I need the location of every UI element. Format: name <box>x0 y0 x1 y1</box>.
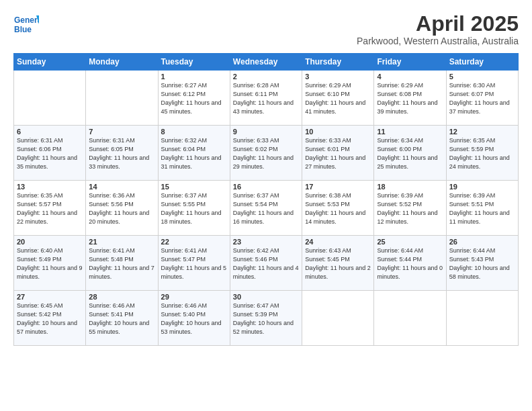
cell-1-3: 9 Sunrise: 6:33 AMSunset: 6:02 PMDayligh… <box>230 126 302 181</box>
day-number: 21 <box>89 238 154 246</box>
day-number: 8 <box>161 128 227 136</box>
week-row-3: 13 Sunrise: 6:35 AMSunset: 5:57 PMDaylig… <box>14 181 519 236</box>
day-number: 3 <box>305 73 371 81</box>
day-number: 19 <box>449 183 515 191</box>
svg-text:Blue: Blue <box>14 25 32 34</box>
logo-icon: General Blue <box>13 12 39 38</box>
day-number: 30 <box>233 293 299 301</box>
day-number: 2 <box>233 73 299 81</box>
day-info: Sunrise: 6:42 AMSunset: 5:46 PMDaylight:… <box>233 246 299 281</box>
header-friday: Friday <box>374 54 446 71</box>
day-number: 23 <box>233 238 299 246</box>
day-info: Sunrise: 6:29 AMSunset: 6:10 PMDaylight:… <box>305 81 371 116</box>
day-info: Sunrise: 6:31 AMSunset: 6:05 PMDaylight:… <box>89 136 154 171</box>
day-info: Sunrise: 6:41 AMSunset: 5:48 PMDaylight:… <box>89 246 154 281</box>
cell-0-3: 2 Sunrise: 6:28 AMSunset: 6:11 PMDayligh… <box>230 71 302 126</box>
cell-0-2: 1 Sunrise: 6:27 AMSunset: 6:12 PMDayligh… <box>158 71 230 126</box>
day-info: Sunrise: 6:29 AMSunset: 6:08 PMDaylight:… <box>377 81 443 116</box>
day-info: Sunrise: 6:37 AMSunset: 5:54 PMDaylight:… <box>233 191 299 226</box>
cell-4-1: 28 Sunrise: 6:46 AMSunset: 5:41 PMDaylig… <box>86 291 158 346</box>
cell-1-0: 6 Sunrise: 6:31 AMSunset: 6:06 PMDayligh… <box>14 126 86 181</box>
cell-3-1: 21 Sunrise: 6:41 AMSunset: 5:48 PMDaylig… <box>86 236 158 291</box>
day-number: 1 <box>161 73 227 81</box>
day-info: Sunrise: 6:30 AMSunset: 6:07 PMDaylight:… <box>449 81 515 116</box>
cell-3-2: 22 Sunrise: 6:41 AMSunset: 5:47 PMDaylig… <box>158 236 230 291</box>
day-number: 7 <box>89 128 154 136</box>
day-number: 20 <box>17 238 83 246</box>
cell-4-2: 29 Sunrise: 6:46 AMSunset: 5:40 PMDaylig… <box>158 291 230 346</box>
day-info: Sunrise: 6:45 AMSunset: 5:42 PMDaylight:… <box>17 302 83 336</box>
day-number: 26 <box>449 238 515 246</box>
day-info: Sunrise: 6:31 AMSunset: 6:06 PMDaylight:… <box>17 136 83 171</box>
calendar-header-row: SundayMondayTuesdayWednesdayThursdayFrid… <box>14 54 519 71</box>
cell-4-6 <box>446 291 518 346</box>
title-block: April 2025 Parkwood, Western Australia, … <box>357 12 519 46</box>
day-info: Sunrise: 6:43 AMSunset: 5:45 PMDaylight:… <box>305 246 371 281</box>
cell-2-3: 16 Sunrise: 6:37 AMSunset: 5:54 PMDaylig… <box>230 181 302 236</box>
week-row-4: 20 Sunrise: 6:40 AMSunset: 5:49 PMDaylig… <box>14 236 519 291</box>
day-info: Sunrise: 6:35 AMSunset: 5:59 PMDaylight:… <box>449 136 515 171</box>
day-number: 29 <box>161 293 227 301</box>
header-tuesday: Tuesday <box>158 54 230 71</box>
day-number: 25 <box>377 238 443 246</box>
cell-1-1: 7 Sunrise: 6:31 AMSunset: 6:05 PMDayligh… <box>86 126 158 181</box>
day-info: Sunrise: 6:36 AMSunset: 5:56 PMDaylight:… <box>89 191 154 226</box>
cell-4-5 <box>374 291 446 346</box>
day-info: Sunrise: 6:44 AMSunset: 5:43 PMDaylight:… <box>449 246 515 281</box>
day-number: 24 <box>305 238 371 246</box>
day-number: 15 <box>161 183 227 191</box>
day-number: 11 <box>377 128 443 136</box>
cell-3-5: 25 Sunrise: 6:44 AMSunset: 5:44 PMDaylig… <box>374 236 446 291</box>
day-number: 22 <box>161 238 227 246</box>
cell-2-0: 13 Sunrise: 6:35 AMSunset: 5:57 PMDaylig… <box>14 181 86 236</box>
cell-2-1: 14 Sunrise: 6:36 AMSunset: 5:56 PMDaylig… <box>86 181 158 236</box>
day-number: 5 <box>449 73 515 81</box>
day-info: Sunrise: 6:38 AMSunset: 5:53 PMDaylight:… <box>305 191 371 226</box>
header-saturday: Saturday <box>446 54 518 71</box>
cell-1-6: 12 Sunrise: 6:35 AMSunset: 5:59 PMDaylig… <box>446 126 518 181</box>
svg-text:General: General <box>14 15 39 25</box>
day-info: Sunrise: 6:35 AMSunset: 5:57 PMDaylight:… <box>17 191 83 226</box>
cell-4-4 <box>302 291 374 346</box>
day-number: 14 <box>89 183 154 191</box>
cell-1-4: 10 Sunrise: 6:33 AMSunset: 6:01 PMDaylig… <box>302 126 374 181</box>
day-info: Sunrise: 6:41 AMSunset: 5:47 PMDaylight:… <box>161 246 227 281</box>
day-number: 4 <box>377 73 443 81</box>
day-info: Sunrise: 6:46 AMSunset: 5:41 PMDaylight:… <box>89 302 154 336</box>
page: General Blue April 2025 Parkwood, Wester… <box>0 0 532 411</box>
logo: General Blue <box>13 12 39 38</box>
cell-4-3: 30 Sunrise: 6:47 AMSunset: 5:39 PMDaylig… <box>230 291 302 346</box>
day-number: 17 <box>305 183 371 191</box>
day-number: 28 <box>89 293 154 301</box>
week-row-1: 1 Sunrise: 6:27 AMSunset: 6:12 PMDayligh… <box>14 71 519 126</box>
day-number: 27 <box>17 293 83 301</box>
cell-3-6: 26 Sunrise: 6:44 AMSunset: 5:43 PMDaylig… <box>446 236 518 291</box>
day-info: Sunrise: 6:37 AMSunset: 5:55 PMDaylight:… <box>161 191 227 226</box>
day-number: 16 <box>233 183 299 191</box>
week-row-2: 6 Sunrise: 6:31 AMSunset: 6:06 PMDayligh… <box>14 126 519 181</box>
day-number: 6 <box>17 128 83 136</box>
day-number: 9 <box>233 128 299 136</box>
day-number: 18 <box>377 183 443 191</box>
day-info: Sunrise: 6:46 AMSunset: 5:40 PMDaylight:… <box>161 302 227 336</box>
day-number: 10 <box>305 128 371 136</box>
day-info: Sunrise: 6:28 AMSunset: 6:11 PMDaylight:… <box>233 81 299 116</box>
day-info: Sunrise: 6:32 AMSunset: 6:04 PMDaylight:… <box>161 136 227 171</box>
cell-2-6: 19 Sunrise: 6:39 AMSunset: 5:51 PMDaylig… <box>446 181 518 236</box>
cell-2-2: 15 Sunrise: 6:37 AMSunset: 5:55 PMDaylig… <box>158 181 230 236</box>
day-info: Sunrise: 6:27 AMSunset: 6:12 PMDaylight:… <box>161 81 227 116</box>
day-info: Sunrise: 6:39 AMSunset: 5:52 PMDaylight:… <box>377 191 443 226</box>
day-info: Sunrise: 6:47 AMSunset: 5:39 PMDaylight:… <box>233 302 299 336</box>
header-thursday: Thursday <box>302 54 374 71</box>
header-monday: Monday <box>86 54 158 71</box>
cell-0-1 <box>86 71 158 126</box>
cell-3-0: 20 Sunrise: 6:40 AMSunset: 5:49 PMDaylig… <box>14 236 86 291</box>
cell-1-5: 11 Sunrise: 6:34 AMSunset: 6:00 PMDaylig… <box>374 126 446 181</box>
header: General Blue April 2025 Parkwood, Wester… <box>13 12 519 46</box>
page-subtitle: Parkwood, Western Australia, Australia <box>357 36 519 46</box>
header-sunday: Sunday <box>14 54 86 71</box>
cell-2-5: 18 Sunrise: 6:39 AMSunset: 5:52 PMDaylig… <box>374 181 446 236</box>
day-info: Sunrise: 6:34 AMSunset: 6:00 PMDaylight:… <box>377 136 443 171</box>
day-info: Sunrise: 6:44 AMSunset: 5:44 PMDaylight:… <box>377 246 443 281</box>
day-info: Sunrise: 6:33 AMSunset: 6:02 PMDaylight:… <box>233 136 299 171</box>
